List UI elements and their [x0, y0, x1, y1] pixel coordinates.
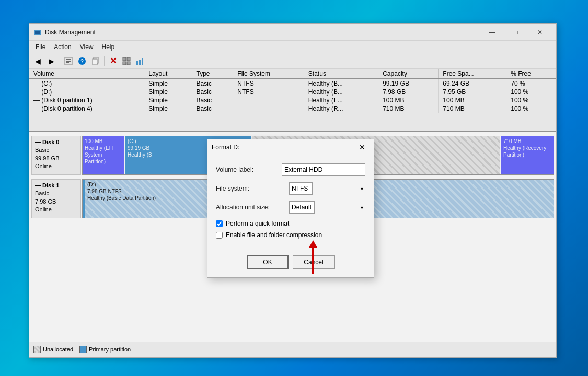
- volume-label-row: Volume label:: [216, 163, 365, 176]
- volume-label-text: Volume label:: [216, 166, 282, 173]
- modal-footer: OK Cancel: [207, 251, 374, 277]
- allocation-unit-select[interactable]: Default 512 1024 2048 4096: [289, 201, 315, 214]
- file-system-select[interactable]: NTFS FAT32 exFAT: [289, 182, 313, 195]
- quick-format-checkbox[interactable]: [216, 220, 223, 227]
- quick-format-label[interactable]: Perform a quick format: [226, 220, 289, 227]
- allocation-unit-select-wrapper: Default 512 1024 2048 4096: [289, 201, 365, 214]
- allocation-unit-label: Allocation unit size:: [216, 204, 289, 211]
- file-system-row: File system: NTFS FAT32 exFAT: [216, 182, 365, 195]
- format-dialog: Format D: ✕ Volume label: File system: N…: [207, 139, 374, 278]
- modal-overlay: Format D: ✕ Volume label: File system: N…: [29, 24, 556, 357]
- compression-label[interactable]: Enable file and folder compression: [226, 231, 322, 239]
- ok-button[interactable]: OK: [247, 255, 289, 269]
- compression-checkbox[interactable]: [216, 232, 223, 239]
- file-system-label: File system:: [216, 185, 289, 192]
- cancel-button[interactable]: Cancel: [293, 255, 335, 269]
- file-system-select-wrapper: NTFS FAT32 exFAT: [289, 182, 365, 195]
- modal-titlebar: Format D: ✕: [207, 139, 374, 155]
- volume-label-input[interactable]: [282, 163, 365, 176]
- compression-row: Enable file and folder compression: [216, 231, 365, 239]
- quick-format-row: Perform a quick format: [216, 220, 365, 227]
- modal-close-button[interactable]: ✕: [355, 140, 370, 155]
- modal-body: Volume label: File system: NTFS FAT32 ex…: [207, 155, 374, 251]
- disk-management-window: Disk Management — □ ✕ File Action View H…: [29, 24, 557, 358]
- modal-title: Format D:: [212, 144, 355, 151]
- allocation-unit-row: Allocation unit size: Default 512 1024 2…: [216, 201, 365, 214]
